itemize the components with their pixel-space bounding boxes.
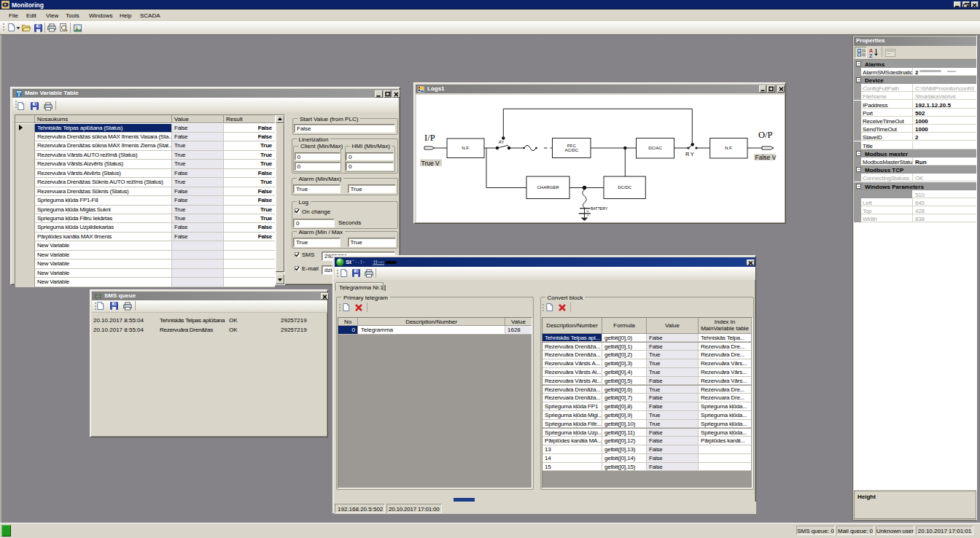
svg-text:O/P: O/P	[758, 130, 773, 140]
svg-text:False V: False V	[755, 154, 777, 161]
svg-text:DC/DC: DC/DC	[618, 185, 632, 190]
svg-text:AC/DC: AC/DC	[564, 148, 578, 152]
svg-text:BATTERY: BATTERY	[591, 206, 608, 211]
svg-text:I/P: I/P	[424, 133, 435, 143]
svg-text:CHARGER: CHARGER	[537, 185, 559, 190]
svg-text:RY: RY	[499, 140, 505, 144]
svg-text:Z: Z	[869, 53, 873, 58]
svg-text:A: A	[869, 48, 873, 53]
svg-text:DC/AC: DC/AC	[648, 146, 662, 150]
svg-text:RY: RY	[685, 151, 695, 157]
svg-text:N.F.: N.F.	[462, 146, 470, 150]
svg-text:True V: True V	[421, 160, 440, 167]
svg-text:N.F.: N.F.	[725, 146, 733, 150]
